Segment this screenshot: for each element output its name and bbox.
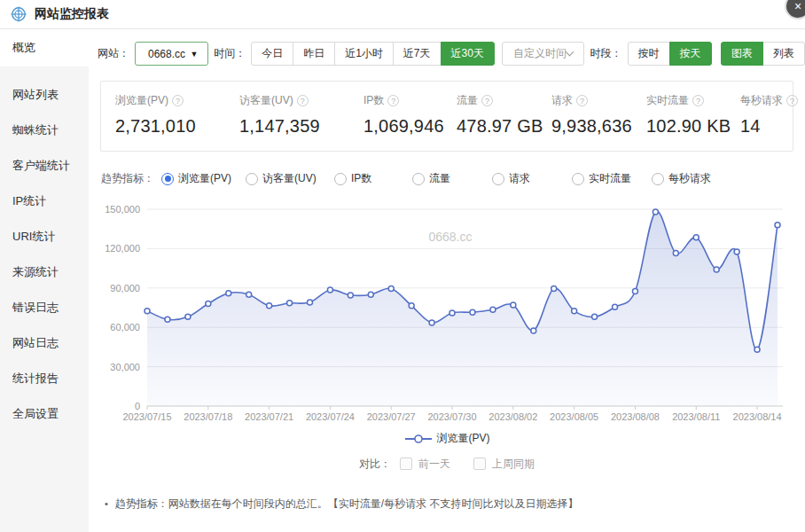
sidebar-item-client-stats[interactable]: 客户端统计	[0, 148, 89, 184]
period-by-hour-button[interactable]: 按时	[628, 42, 670, 66]
custom-time-placeholder: 自定义时间	[513, 46, 567, 61]
legend-item-pv[interactable]: 浏览量(PV)	[404, 431, 490, 446]
checkbox-icon[interactable]	[473, 458, 486, 470]
sidebar-item-overview[interactable]: 概览	[0, 29, 89, 66]
site-label: 网站：	[98, 46, 129, 61]
trend-radio-requests[interactable]: 请求	[492, 171, 572, 186]
svg-text:120,000: 120,000	[105, 243, 140, 254]
caret-down-icon: ▼	[191, 50, 199, 59]
top-bar: 网站监控报表	[0, 0, 805, 29]
bullet-icon: •	[105, 498, 108, 509]
trend-radio-ip[interactable]: IP数	[334, 171, 412, 186]
sidebar-item-error-log[interactable]: 错误日志	[0, 290, 89, 325]
compare-same-period-last-week[interactable]: 上周同期	[473, 457, 535, 472]
stat-realtime-traffic-value: 102.90 KB	[646, 116, 740, 137]
period-by-day-button[interactable]: 按天	[669, 42, 712, 66]
stat-uv-value: 1,147,359	[239, 116, 363, 137]
svg-text:2023/07/18: 2023/07/18	[184, 411, 232, 422]
stat-traffic: 流量? 478.97 GB	[457, 93, 551, 137]
stat-rps-value: 14	[740, 116, 798, 137]
stat-requests-value: 9,938,636	[551, 116, 646, 137]
help-icon[interactable]: ?	[692, 95, 704, 106]
help-icon[interactable]: ?	[297, 95, 309, 106]
help-icon[interactable]: ?	[172, 95, 184, 106]
time-last-30-days-button[interactable]: 近30天	[441, 42, 495, 66]
sidebar-item-stats-report[interactable]: 统计报告	[0, 361, 89, 396]
time-last-hour-button[interactable]: 近1小时	[334, 42, 394, 66]
footnote-text: 趋势指标：网站数据在每个时间段内的总汇。【实时流量/每秒请求 不支持时间比对以及…	[115, 497, 579, 512]
svg-text:2023/08/11: 2023/08/11	[672, 411, 720, 422]
sidebar-item-ip-stats[interactable]: IP统计	[0, 184, 89, 219]
time-last-7-days-button[interactable]: 近7天	[393, 42, 442, 66]
stat-traffic-label: 流量	[457, 93, 478, 108]
svg-text:2023/08/05: 2023/08/05	[550, 411, 598, 422]
period-group: 按时 按天	[628, 42, 712, 66]
trend-radio-uv[interactable]: 访客量(UV)	[246, 171, 334, 186]
website-monitor-report-page: 网站监控报表 × 概览 网站列表 蜘蛛统计 客户端统计 IP统计 URI统计 来…	[0, 0, 805, 532]
filter-bar: 网站： 0668.cc ▼ 时间： 今日 昨日 近1小时 近7天 近30天 自定…	[98, 42, 805, 66]
period-label: 时段：	[590, 46, 622, 61]
trend-radio-pv[interactable]: 浏览量(PV)	[161, 171, 246, 186]
help-icon[interactable]: ?	[387, 95, 399, 106]
trend-metric-selector: 趋势指标： 浏览量(PV) 访客量(UV) IP数 流量 请求 实时流量 每秒请…	[101, 171, 805, 186]
trend-radio-traffic[interactable]: 流量	[412, 171, 492, 186]
svg-text:90,000: 90,000	[110, 283, 140, 293]
stat-ip: IP数? 1,069,946	[363, 93, 457, 137]
main-content: 网站： 0668.cc ▼ 时间： 今日 昨日 近1小时 近7天 近30天 自定…	[89, 42, 805, 512]
stat-realtime-traffic: 实时流量? 102.90 KB	[646, 93, 740, 137]
stat-ip-label: IP数	[363, 93, 384, 108]
svg-text:30,000: 30,000	[110, 362, 140, 372]
summary-stats-card: 浏览量(PV)? 2,731,010 访客量(UV)? 1,147,359 IP…	[100, 81, 793, 152]
compare-prev-day[interactable]: 前一天	[400, 457, 450, 472]
help-icon[interactable]: ?	[576, 95, 588, 106]
trend-radio-realtime-traffic[interactable]: 实时流量	[572, 171, 652, 186]
svg-text:2023/08/14: 2023/08/14	[733, 411, 782, 422]
stat-ip-value: 1,069,946	[363, 116, 457, 137]
sidebar-item-referrer-stats[interactable]: 来源统计	[0, 254, 89, 290]
checkbox-icon[interactable]	[400, 458, 412, 470]
sidebar-item-site-list[interactable]: 网站列表	[0, 77, 89, 113]
custom-time-select[interactable]: 自定义时间	[502, 42, 584, 66]
time-yesterday-button[interactable]: 昨日	[293, 42, 335, 66]
radio-icon	[246, 173, 258, 185]
svg-text:0: 0	[135, 401, 140, 411]
sidebar-item-uri-stats[interactable]: URI统计	[0, 219, 89, 254]
legend-label: 浏览量(PV)	[437, 431, 490, 446]
site-select-value: 0668.cc	[148, 48, 185, 60]
compare-label: 对比：	[359, 457, 391, 472]
help-icon[interactable]: ?	[786, 95, 798, 106]
stat-pv-value: 2,731,010	[115, 116, 239, 137]
trend-radio-rps[interactable]: 每秒请求	[652, 171, 711, 186]
pv-trend-line-chart[interactable]: 030,00060,00090,000120,000150,0002023/07…	[89, 192, 805, 427]
chevron-down-icon	[565, 48, 574, 57]
time-today-button[interactable]: 今日	[251, 42, 293, 66]
sidebar-item-site-log[interactable]: 网站日志	[0, 325, 89, 361]
svg-text:2023/07/15: 2023/07/15	[122, 411, 171, 422]
site-select[interactable]: 0668.cc ▼	[135, 42, 208, 66]
stat-rps-label: 每秒请求	[740, 93, 783, 108]
svg-text:2023/08/08: 2023/08/08	[611, 411, 660, 422]
sidebar-item-spider-stats[interactable]: 蜘蛛统计	[0, 113, 89, 148]
svg-text:2023/07/21: 2023/07/21	[245, 411, 293, 422]
radio-icon	[412, 173, 425, 185]
stat-traffic-value: 478.97 GB	[457, 116, 551, 137]
view-toggle-group: 图表 列表	[721, 42, 805, 66]
svg-text:2023/08/02: 2023/08/02	[488, 411, 537, 422]
radio-icon	[161, 173, 174, 185]
stat-pv: 浏览量(PV)? 2,731,010	[115, 93, 239, 137]
stat-uv: 访客量(UV)? 1,147,359	[239, 93, 363, 137]
svg-text:2023/07/27: 2023/07/27	[367, 411, 416, 422]
radio-icon	[334, 173, 347, 185]
stat-pv-label: 浏览量(PV)	[115, 93, 168, 108]
radio-icon	[652, 173, 664, 185]
sidebar-item-global-settings[interactable]: 全局设置	[0, 396, 89, 432]
help-icon[interactable]: ?	[481, 95, 493, 106]
view-chart-button[interactable]: 图表	[721, 42, 763, 66]
radio-icon	[572, 173, 584, 185]
svg-text:2023/07/24: 2023/07/24	[306, 411, 355, 422]
svg-text:2023/07/30: 2023/07/30	[428, 411, 477, 422]
time-range-group: 今日 昨日 近1小时 近7天 近30天	[251, 42, 495, 66]
view-list-button[interactable]: 列表	[762, 42, 805, 66]
trend-label: 趋势指标：	[101, 171, 154, 186]
line-marker-icon	[404, 434, 433, 444]
